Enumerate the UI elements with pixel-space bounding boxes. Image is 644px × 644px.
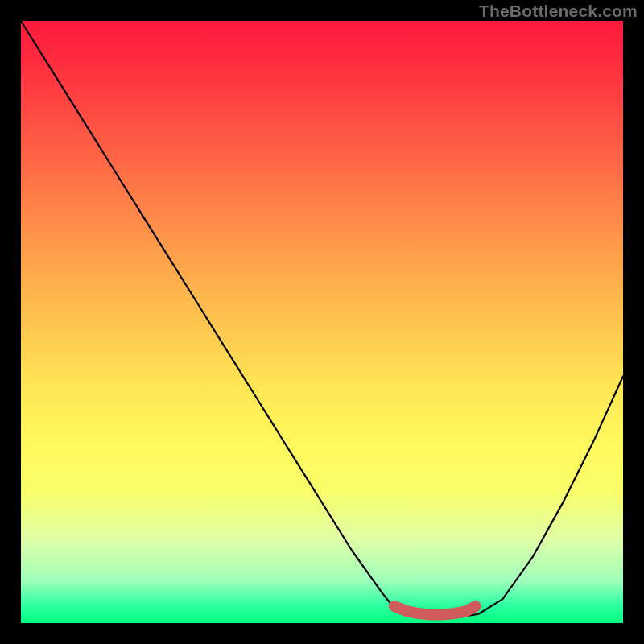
chart-frame: TheBottleneck.com bbox=[0, 0, 644, 644]
chart-overlay bbox=[21, 21, 623, 623]
optimal-range-marker bbox=[394, 606, 476, 614]
bottleneck-curve bbox=[21, 21, 623, 617]
watermark-text: TheBottleneck.com bbox=[479, 2, 638, 21]
